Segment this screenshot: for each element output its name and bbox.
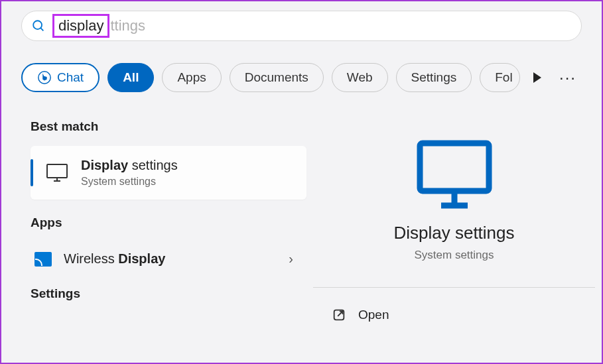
search-ghost-suffix: ttings — [110, 17, 145, 34]
results-area: Best match Display settings System setti… — [1, 107, 602, 363]
cast-icon — [34, 252, 52, 267]
filter-all[interactable]: All — [107, 63, 154, 92]
windows-search-panel: { "search": { "typed": "display", "ghost… — [0, 0, 603, 364]
svg-point-0 — [33, 21, 42, 29]
detail-subtitle: System settings — [326, 249, 582, 262]
open-action-label: Open — [358, 308, 389, 322]
filter-folders[interactable]: Fol — [480, 63, 519, 92]
svg-rect-3 — [47, 164, 67, 178]
section-apps: Apps — [31, 215, 306, 230]
best-match-title: Display settings — [81, 158, 178, 173]
search-bar[interactable]: display ttings — [21, 11, 582, 41]
search-icon — [31, 19, 46, 33]
scroll-right-icon[interactable] — [533, 72, 541, 83]
section-settings: Settings — [31, 286, 306, 301]
filter-chat[interactable]: Chat — [21, 63, 100, 92]
more-options-icon[interactable]: ··· — [554, 68, 582, 87]
section-best-match: Best match — [31, 119, 306, 134]
best-match-result[interactable]: Display settings System settings — [31, 146, 306, 200]
app-result-wireless-display[interactable]: Wireless Display › — [31, 242, 306, 276]
filter-web[interactable]: Web — [332, 63, 388, 92]
filter-apps-label: Apps — [177, 70, 206, 85]
open-external-icon — [332, 308, 346, 322]
filter-folders-label: Fol — [495, 70, 512, 85]
svg-rect-6 — [420, 143, 489, 191]
app-result-label: Wireless Display — [64, 251, 277, 267]
filter-settings[interactable]: Settings — [396, 63, 472, 92]
best-match-subtitle: System settings — [81, 176, 178, 188]
open-action[interactable]: Open — [326, 301, 582, 322]
monitor-icon — [44, 163, 70, 183]
filter-documents-label: Documents — [245, 70, 308, 85]
filter-row: Chat All Apps Documents Web Settings Fol… — [21, 61, 582, 94]
svg-line-1 — [40, 28, 43, 30]
filter-settings-label: Settings — [411, 70, 457, 85]
filter-apps[interactable]: Apps — [162, 63, 221, 92]
detail-pane: Display settings System settings Open — [313, 107, 602, 363]
filter-all-label: All — [123, 70, 139, 85]
divider — [313, 287, 595, 288]
chevron-right-icon: › — [289, 251, 306, 267]
filter-web-label: Web — [347, 70, 373, 85]
bing-icon — [37, 70, 52, 85]
best-match-text: Display settings System settings — [81, 158, 178, 188]
filter-chat-label: Chat — [57, 70, 84, 85]
search-query-highlight: display — [52, 14, 109, 38]
detail-title: Display settings — [326, 223, 582, 243]
detail-monitor-icon — [326, 138, 582, 211]
results-left-column: Best match Display settings System setti… — [1, 107, 313, 363]
search-input[interactable]: display ttings — [52, 14, 145, 38]
filter-documents[interactable]: Documents — [230, 63, 324, 92]
